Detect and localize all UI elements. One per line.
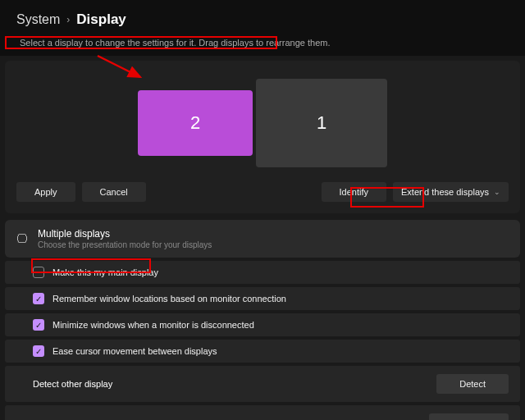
detect-button[interactable]: Detect bbox=[436, 374, 509, 394]
multiple-displays-section: 🖵 Multiple displays Choose the presentat… bbox=[5, 220, 520, 258]
detect-label: Detect other display bbox=[33, 379, 112, 389]
detect-display-row: Detect other display Detect bbox=[5, 366, 520, 402]
checkbox-minimize[interactable]: ✓ bbox=[33, 319, 44, 331]
monitor-icon: 🖵 bbox=[16, 232, 28, 245]
chevron-right-icon: › bbox=[66, 14, 70, 25]
checkbox-cursor[interactable]: ✓ bbox=[33, 345, 44, 357]
option-label: Make this my main display bbox=[52, 267, 158, 277]
breadcrumb: System › Display bbox=[16, 11, 509, 28]
extend-label: Extend these displays bbox=[401, 187, 489, 197]
option-main-display[interactable]: Make this my main display bbox=[5, 261, 520, 284]
checkbox-remember[interactable]: ✓ bbox=[33, 293, 44, 304]
breadcrumb-current: Display bbox=[76, 11, 126, 28]
identify-button[interactable]: Identify bbox=[322, 182, 386, 202]
cancel-button[interactable]: Cancel bbox=[82, 182, 146, 202]
instruction-text: Select a display to change the settings … bbox=[16, 36, 509, 49]
option-remember-windows[interactable]: ✓ Remember window locations based on mon… bbox=[5, 287, 520, 310]
connect-button[interactable]: Connect bbox=[429, 413, 509, 420]
breadcrumb-parent[interactable]: System bbox=[16, 12, 60, 27]
checkbox-main-display[interactable] bbox=[33, 267, 44, 278]
wireless-display-row: Connect to a wireless display Connect bbox=[5, 405, 520, 420]
display-1[interactable]: 1 bbox=[256, 79, 387, 167]
section-title: Multiple displays bbox=[38, 228, 212, 240]
apply-button[interactable]: Apply bbox=[16, 182, 75, 202]
display-arrange-area: 2 1 Apply Cancel Identify Extend these d… bbox=[5, 61, 520, 213]
option-ease-cursor[interactable]: ✓ Ease cursor movement between displays bbox=[5, 340, 520, 363]
option-label: Remember window locations based on monit… bbox=[52, 294, 286, 304]
display-2[interactable]: 2 bbox=[138, 90, 253, 156]
section-subtitle: Choose the presentation mode for your di… bbox=[38, 240, 212, 249]
option-label: Minimize windows when a monitor is disco… bbox=[52, 320, 254, 330]
option-label: Ease cursor movement between displays bbox=[52, 346, 217, 356]
option-minimize-windows[interactable]: ✓ Minimize windows when a monitor is dis… bbox=[5, 313, 520, 336]
extend-dropdown[interactable]: Extend these displays ⌄ bbox=[393, 182, 509, 202]
chevron-down-icon: ⌄ bbox=[494, 188, 500, 196]
